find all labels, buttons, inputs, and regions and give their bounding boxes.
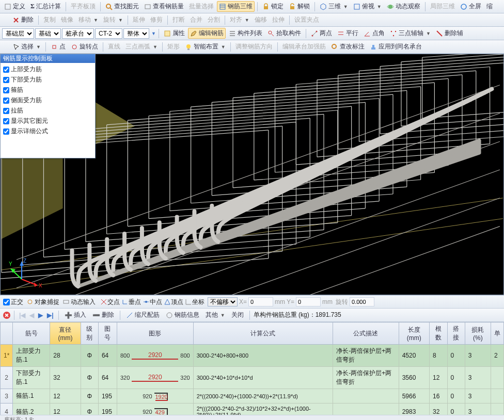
col-header[interactable]: 公式描述 bbox=[333, 322, 399, 345]
panel-item-5[interactable]: 显示其它图元 bbox=[3, 117, 92, 125]
move-button[interactable]: 移动▼ bbox=[76, 14, 100, 25]
point-tool[interactable]: 点 bbox=[49, 41, 68, 52]
grid-close-button[interactable]: 关闭 bbox=[229, 310, 246, 320]
nav-first[interactable]: |◀ bbox=[18, 312, 26, 319]
adjdir-tool[interactable]: 调整钢筋方向 bbox=[233, 41, 275, 52]
scale-rebar-button[interactable]: 缩尺配筋 bbox=[124, 310, 162, 320]
delaux-button[interactable]: 删除辅 bbox=[434, 28, 465, 39]
layer-select[interactable]: 基础层 bbox=[2, 28, 34, 39]
panel-item-6[interactable]: 显示详细公式 bbox=[3, 127, 92, 136]
select-tool[interactable]: 选择▼ bbox=[10, 41, 43, 52]
table-row[interactable]: 2下部受力筋.132Φ6432029203203000-2*40+10*d+10… bbox=[1, 367, 504, 389]
twopt-button[interactable]: 两点 bbox=[309, 28, 334, 39]
col-header[interactable] bbox=[1, 322, 13, 345]
rebar-display-panel[interactable]: 钢筋显示控制面板 上部受力筋 下部受力筋 箍筋 侧面受力筋 拉筋 显示其它图元 … bbox=[0, 54, 96, 158]
editcap-tool[interactable]: 编辑承台加强筋 bbox=[280, 41, 328, 52]
col-header[interactable]: 筋号 bbox=[13, 322, 50, 345]
nav-prev[interactable]: ◀ bbox=[28, 312, 35, 319]
col-header[interactable]: 图号 bbox=[98, 322, 117, 345]
split-button[interactable]: 分割 bbox=[206, 14, 222, 25]
table-row[interactable]: 1*上部受力筋.128Φ6480029208003000-2*40+800+80… bbox=[1, 345, 504, 367]
arc3-tool[interactable]: 三点画弧▼ bbox=[123, 41, 160, 52]
parallel-button[interactable]: 平行 bbox=[335, 28, 360, 39]
pick-elem-button[interactable]: 拾取构件 bbox=[265, 28, 303, 39]
rect-tool[interactable]: 矩形 bbox=[165, 41, 182, 52]
col-header[interactable]: 级别 bbox=[81, 322, 98, 345]
dyninput-toggle[interactable]: 动态输入 bbox=[62, 298, 96, 306]
col-header[interactable]: 损耗(%) bbox=[465, 322, 491, 345]
copy-button[interactable]: 复制 bbox=[41, 14, 58, 25]
flatten-button[interactable]: 平齐板顶 bbox=[69, 1, 98, 12]
top-snap[interactable]: 顶点 bbox=[164, 298, 183, 306]
col-header[interactable]: 根数 bbox=[430, 322, 448, 345]
other-dropdown[interactable]: 其他▼ bbox=[203, 310, 227, 320]
unlock-button[interactable]: 解锁 bbox=[287, 1, 312, 12]
merge-button[interactable]: 合并 bbox=[188, 14, 204, 25]
ortho-toggle[interactable]: 正交 bbox=[3, 298, 23, 306]
col-header[interactable]: 图形 bbox=[117, 322, 193, 345]
sum-button[interactable]: Σ 汇总计算 bbox=[28, 1, 63, 12]
view3d-dropdown[interactable]: 三维▼ bbox=[318, 1, 350, 12]
table-row[interactable]: 3箍筋.112Φ19592019202*((2000-2*40)+(1000-2… bbox=[1, 389, 504, 403]
col-header[interactable]: 搭接 bbox=[447, 322, 465, 345]
perp-snap[interactable]: 垂点 bbox=[121, 298, 141, 306]
xpt-snap[interactable]: 交点 bbox=[100, 298, 120, 306]
break-button[interactable]: 打断 bbox=[170, 14, 187, 25]
offset-mode-select[interactable]: 不偏移 bbox=[208, 297, 238, 306]
lock-button[interactable]: 锁定 bbox=[260, 1, 286, 12]
rotpt-tool[interactable]: 旋转点 bbox=[69, 41, 100, 52]
grid-insert-button[interactable]: ➕ 插入 bbox=[62, 310, 88, 320]
panel-item-1[interactable]: 下部受力筋 bbox=[3, 75, 92, 84]
chklabel-tool[interactable]: 查改标注 bbox=[329, 41, 367, 52]
zoom-button[interactable]: 缩 bbox=[484, 1, 495, 12]
offset-button[interactable]: 偏移 bbox=[253, 14, 269, 25]
item-select[interactable]: CT-2 bbox=[95, 28, 122, 39]
panel-item-0[interactable]: 上部受力筋 bbox=[3, 65, 92, 74]
persp-dropdown[interactable]: 俯视▼ bbox=[351, 1, 384, 12]
align-button[interactable]: 对齐▼ bbox=[228, 14, 251, 25]
line-tool[interactable]: 直线 bbox=[106, 41, 122, 52]
rebar-3d-button[interactable]: 钢筋三维 bbox=[217, 1, 255, 12]
col-header[interactable]: 计算公式 bbox=[193, 322, 333, 345]
ptangle-button[interactable]: 点角 bbox=[361, 28, 387, 39]
threept-button[interactable]: 三点辅轴▼ bbox=[388, 28, 433, 39]
col-header[interactable]: 长度(mm) bbox=[399, 322, 429, 345]
applysame-tool[interactable]: 应用到同名承台 bbox=[368, 41, 424, 52]
col-header[interactable]: 直径(mm) bbox=[50, 322, 81, 345]
attr-button[interactable]: 属性 bbox=[162, 28, 187, 39]
scope-select[interactable]: 整体 bbox=[123, 28, 149, 39]
define-button[interactable]: 定义 bbox=[2, 1, 27, 12]
edit-rebar-button[interactable]: 编辑钢筋 bbox=[188, 28, 226, 39]
fullscreen-button[interactable]: 全屏 bbox=[458, 1, 483, 12]
panel-item-4[interactable]: 拉筋 bbox=[3, 106, 92, 115]
panel-item-3[interactable]: 侧面受力筋 bbox=[3, 96, 92, 105]
panel-item-2[interactable]: 箍筋 bbox=[3, 86, 92, 94]
mirror-button[interactable]: 镜像 bbox=[59, 14, 75, 25]
extend-button[interactable]: 延伸 bbox=[131, 14, 147, 25]
nav-last[interactable]: ▶| bbox=[46, 312, 54, 319]
close-grid-icon[interactable] bbox=[3, 312, 10, 319]
grid-delete-button[interactable]: ➖ 删除 bbox=[90, 310, 116, 320]
mid-snap[interactable]: 中点 bbox=[143, 298, 162, 306]
autolay-tool[interactable]: 智能布置▼ bbox=[183, 41, 228, 52]
nav-next[interactable]: ▶ bbox=[37, 312, 44, 319]
batch-select-button[interactable]: 批量选择 bbox=[187, 1, 216, 12]
delete-button[interactable]: 删除 bbox=[10, 14, 36, 25]
setgrip-button[interactable]: 设置夹点 bbox=[292, 14, 321, 25]
check-qty-button[interactable]: 查看钢筋量 bbox=[142, 1, 186, 12]
coord-snap[interactable]: 坐标 bbox=[185, 298, 204, 306]
rebar-info-button[interactable]: 钢筋信息 bbox=[164, 310, 201, 320]
rotate-button[interactable]: 旋转▼ bbox=[101, 14, 125, 25]
osnap-toggle[interactable]: 对象捕捉 bbox=[26, 298, 59, 306]
rebar-grid[interactable]: 筋号直径(mm)级别图号图形计算公式公式描述长度(mm)根数搭接损耗(%)单 1… bbox=[0, 322, 504, 415]
subcategory-select[interactable]: 桩承台 bbox=[62, 28, 94, 39]
col-header[interactable]: 单 bbox=[491, 322, 503, 345]
category-select[interactable]: 基础 bbox=[35, 28, 61, 39]
stretch-button[interactable]: 拉伸 bbox=[270, 14, 287, 25]
viewport-3d[interactable]: 钢筋显示控制面板 上部受力筋 下部受力筋 箍筋 侧面受力筋 拉筋 显示其它图元 … bbox=[0, 54, 504, 295]
find-element-button[interactable]: 查找图元 bbox=[103, 1, 141, 12]
dynview-button[interactable]: 动态观察 bbox=[385, 1, 422, 12]
local3d-button[interactable]: 局部三维 bbox=[428, 1, 457, 12]
trim-button[interactable]: 修剪 bbox=[148, 14, 165, 25]
elem-list-button[interactable]: 构件列表 bbox=[227, 28, 264, 39]
